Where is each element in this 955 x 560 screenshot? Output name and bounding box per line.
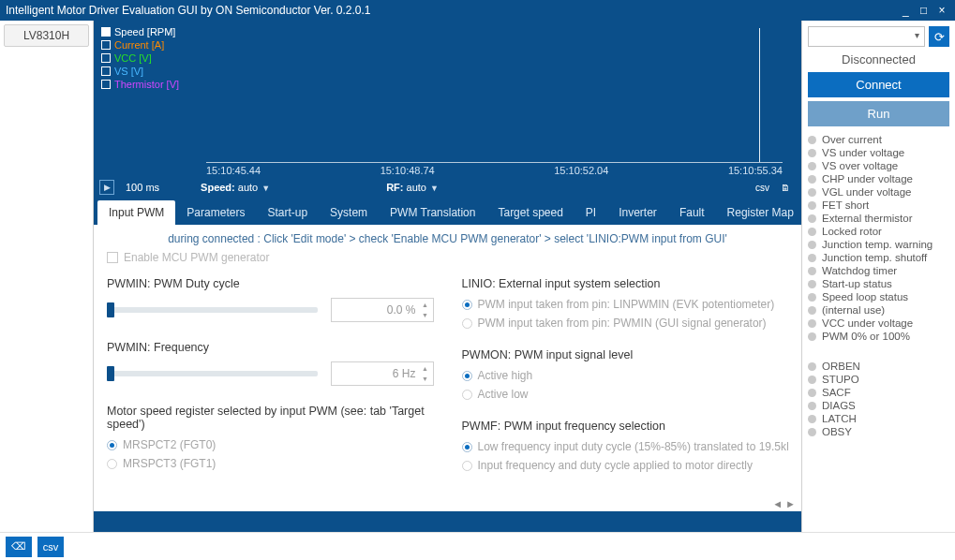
footer-bar: ⌫ csv xyxy=(0,532,955,560)
rf-value[interactable]: auto xyxy=(407,182,426,193)
pwmf-label: PWMF: PWM input frequency selection xyxy=(462,420,789,433)
status-label: FET short xyxy=(822,199,869,211)
spin-down-icon[interactable]: ▼ xyxy=(420,310,431,320)
minimize-icon[interactable]: _ xyxy=(898,4,913,17)
chart-area: Speed [RPM]Current [A]VCC [V]VS [V]Therm… xyxy=(94,21,801,199)
pwmin-duty-slider[interactable] xyxy=(107,307,318,313)
connect-button[interactable]: Connect xyxy=(808,72,949,97)
tab-target-speed[interactable]: Target speed xyxy=(486,200,574,225)
mrspct2-radio[interactable] xyxy=(107,440,117,450)
legend-checkbox[interactable] xyxy=(101,80,111,89)
csv-export-icon[interactable]: csv xyxy=(755,183,769,193)
tab-input-pwm[interactable]: Input PWM xyxy=(97,200,175,225)
status-item: VCC under voltage xyxy=(808,317,949,329)
spin-up-icon[interactable]: ▲ xyxy=(420,300,431,310)
speed-mode-label: Speed: xyxy=(201,182,235,193)
legend-item[interactable]: Thermistor [V] xyxy=(101,79,179,90)
refresh-icon[interactable]: ⟳ xyxy=(929,26,949,47)
legend-item[interactable]: VS [V] xyxy=(101,66,179,77)
status-dot-icon xyxy=(808,188,816,197)
spin-down-icon[interactable]: ▼ xyxy=(420,374,431,384)
status-label: CHP under voltage xyxy=(822,173,913,184)
tab-inverter[interactable]: Inverter xyxy=(607,200,668,225)
window-title: Intelligent Motor Driver Evaluation GUI … xyxy=(6,4,898,17)
tab-pwm-translation[interactable]: PWM Translation xyxy=(379,200,486,225)
linio-pin-linpwmin-radio[interactable] xyxy=(462,300,472,310)
eraser-icon[interactable]: ⌫ xyxy=(6,537,32,557)
pwmin-duty-input[interactable]: 0.0 % ▲▼ xyxy=(331,298,434,322)
mrspct3-radio[interactable] xyxy=(107,459,117,469)
legend-item[interactable]: Current [A] xyxy=(101,39,179,51)
chart-toolbar: ▶ 100 ms Speed: auto▼ RF: auto▼ csv 🗎 xyxy=(99,178,790,197)
status-item: Start-up status xyxy=(808,278,949,289)
title-bar: Intelligent Motor Driver Evaluation GUI … xyxy=(0,0,955,21)
tab-fault[interactable]: Fault xyxy=(668,200,716,225)
linio-pin-pwmin-radio[interactable] xyxy=(462,318,472,329)
status-item: Junction temp. shutoff xyxy=(808,252,949,263)
pwmf-direct-radio[interactable] xyxy=(462,461,472,471)
status-item: STUPO xyxy=(808,374,949,385)
close-icon[interactable]: × xyxy=(934,4,949,17)
status-item: LATCH xyxy=(808,413,949,424)
status-label: Junction temp. shutoff xyxy=(822,252,927,263)
linio-opt2-label: PWM input taken from pin: PWMIN (GUI sig… xyxy=(478,317,767,330)
status-item: (internal use) xyxy=(808,304,949,316)
status-dot-icon xyxy=(808,136,816,144)
status-label: VCC under voltage xyxy=(822,317,913,329)
status-dot-icon xyxy=(808,389,816,397)
pwmin-freq-input[interactable]: 6 Hz ▲▼ xyxy=(331,361,434,386)
maximize-icon[interactable]: □ xyxy=(917,4,932,17)
tab-register-map[interactable]: Register Map xyxy=(716,200,805,225)
pwmon-active-high-radio[interactable] xyxy=(462,371,472,381)
status-label: VS under voltage xyxy=(822,147,904,158)
speed-mode-value[interactable]: auto xyxy=(238,182,258,193)
status-item: VS under voltage xyxy=(808,147,949,158)
chart-plot[interactable] xyxy=(206,28,783,163)
legend-label: VS [V] xyxy=(114,66,143,77)
status-item: VGL under voltage xyxy=(808,186,949,198)
status-dot-icon xyxy=(808,162,816,170)
legend-checkbox[interactable] xyxy=(101,27,111,37)
legend-checkbox[interactable] xyxy=(101,53,111,63)
legend-item[interactable]: VCC [V] xyxy=(101,52,179,64)
pwmf-lowfreq-radio[interactable] xyxy=(462,442,472,452)
mrspct3-label: MRSPCT3 (FGT1) xyxy=(123,457,216,470)
scrollbar-horizontal[interactable]: ◄ ► xyxy=(772,498,796,509)
status-item: Speed loop status xyxy=(808,291,949,302)
run-button[interactable]: Run xyxy=(808,101,949,126)
tab-pi[interactable]: PI xyxy=(574,200,607,225)
tab-system[interactable]: System xyxy=(319,200,379,225)
save-icon[interactable]: 🗎 xyxy=(781,183,790,193)
bottom-strip xyxy=(94,511,801,532)
tabs-bar: Input PWMParametersStart-upSystemPWM Tra… xyxy=(94,199,801,225)
status-label: Speed loop status xyxy=(822,291,908,302)
mrspct2-label: MRSPCT2 (FGT0) xyxy=(123,438,216,451)
status-label: Locked rotor xyxy=(822,226,882,237)
play-icon[interactable]: ▶ xyxy=(99,180,114,195)
legend-checkbox[interactable] xyxy=(101,66,111,76)
status-dot-icon xyxy=(808,319,816,328)
enable-mcu-pwm-checkbox[interactable] xyxy=(107,252,118,263)
status-item: OBSY xyxy=(808,426,949,437)
pwmin-freq-slider[interactable] xyxy=(107,371,318,376)
status-dot-icon xyxy=(808,280,816,288)
legend-item[interactable]: Speed [RPM] xyxy=(101,26,179,37)
csv-log-button[interactable]: csv xyxy=(37,537,64,557)
status-dot-icon xyxy=(808,175,816,184)
status-panel: ⟳ Disconnected Connect Run Over currentV… xyxy=(801,21,955,532)
hint-text: during connected : Click 'Edit mode' > c… xyxy=(107,232,788,245)
status-label: VGL under voltage xyxy=(822,186,911,198)
chart-interval[interactable]: 100 ms xyxy=(126,182,159,193)
legend-checkbox[interactable] xyxy=(101,40,111,50)
tab-start-up[interactable]: Start-up xyxy=(256,200,319,225)
device-tab[interactable]: LV8310H xyxy=(4,24,89,47)
xaxis-tick: 15:10:45.44 xyxy=(206,165,261,178)
port-select[interactable] xyxy=(808,26,925,47)
status-dot-icon xyxy=(808,402,816,410)
xaxis-tick: 15:10:55.34 xyxy=(728,165,783,178)
tab-parameters[interactable]: Parameters xyxy=(175,200,256,225)
pwmon-active-low-radio[interactable] xyxy=(462,390,472,400)
status-label: Start-up status xyxy=(822,278,892,289)
spin-up-icon[interactable]: ▲ xyxy=(420,363,431,374)
motor-speed-reg-label: Motor speed register selected by input P… xyxy=(107,405,434,431)
